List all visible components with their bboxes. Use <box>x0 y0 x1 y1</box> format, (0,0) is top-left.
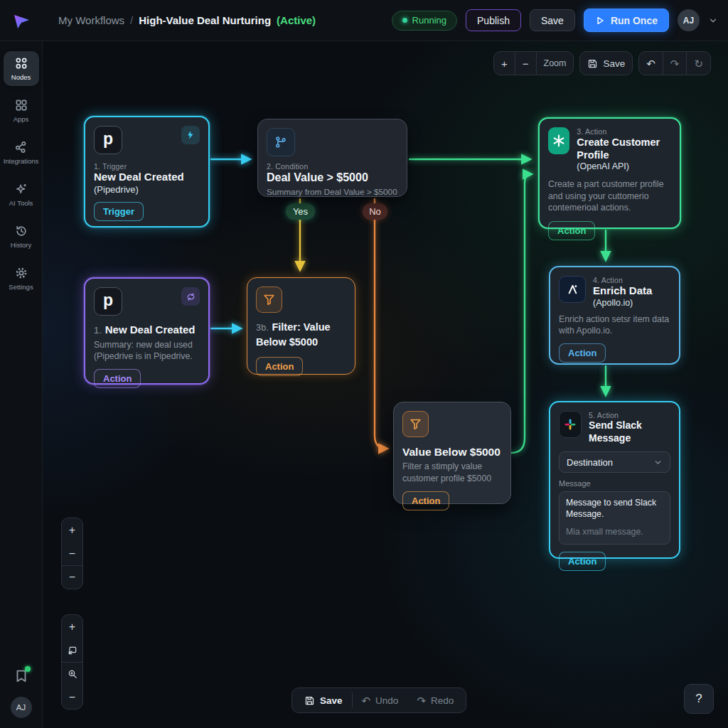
node-title: Create Customer Profile <box>577 136 671 161</box>
node-subtitle: (OpenAI API) <box>577 161 671 171</box>
funnel-icon <box>256 287 282 313</box>
breadcrumb-separator: / <box>130 14 133 26</box>
nodes-icon <box>14 56 28 70</box>
footer-undo-button[interactable]: ↶ Undo <box>353 688 408 712</box>
save-icon <box>304 695 315 706</box>
undo-icon[interactable]: ↶ <box>639 52 663 75</box>
integrations-icon <box>14 140 28 154</box>
collapse-button[interactable]: − <box>62 565 82 589</box>
action-badge: Action <box>402 491 449 510</box>
node-value-below[interactable]: Value Below $5000 Filter a stimply value… <box>393 402 511 504</box>
node-title: Value Below $5000 <box>402 445 502 459</box>
node-trigger-new-deal[interactable]: p 1. Trigger New Deal Created (Pipedrive… <box>84 116 210 228</box>
sidebar-item-ai-tools[interactable]: AI Tools <box>4 177 39 212</box>
zoom-label: Zoom <box>536 52 574 75</box>
sparkles-icon <box>14 182 28 196</box>
action-badge: Action <box>94 369 141 388</box>
destination-select[interactable]: Destination <box>559 451 670 473</box>
run-once-button[interactable]: Run Once <box>584 9 669 32</box>
node-enrich-data[interactable]: 4. Action Enrich Data (Apollo.io) Enrich… <box>549 266 680 365</box>
node-step: 3. Action <box>577 127 671 136</box>
fit-view-button[interactable] <box>62 638 82 662</box>
sidebar-avatar[interactable]: AJ <box>11 697 32 718</box>
node-filter-value-below[interactable]: 3b. Filter: Value Below $5000 Action <box>247 277 355 375</box>
footer-redo-button[interactable]: ↷ Redo <box>407 688 463 712</box>
canvas-zoom-stack-a: + − − <box>61 518 83 589</box>
sidebar-item-apps[interactable]: Apps <box>4 93 39 128</box>
pipedrive-letter: p <box>103 129 113 149</box>
undo-icon: ↶ <box>362 695 371 706</box>
sidebar-label-apps: Apps <box>14 115 29 123</box>
action-badge: Action <box>548 221 595 240</box>
node-subtitle: (Apollo.io) <box>593 298 652 308</box>
zoom-controls: + − Zoom <box>493 51 574 75</box>
node-title: Enrich Data <box>593 284 652 298</box>
lightning-icon <box>181 126 200 144</box>
node-summary: Create a part customer profile and using… <box>548 178 671 214</box>
save-icon <box>587 58 598 69</box>
canvas-save-button[interactable]: Save <box>580 52 632 75</box>
node-step: 4. Action <box>593 276 652 284</box>
node-create-customer-profile[interactable]: 3. Action Create Customer Profile (OpenA… <box>538 117 681 229</box>
action-badge: Action <box>559 343 606 363</box>
notification-dot <box>25 666 31 672</box>
running-status-badge: Running <box>392 11 457 31</box>
funnel-icon <box>402 411 429 437</box>
sidebar-item-settings[interactable]: Settings <box>4 261 39 296</box>
pipedrive-letter: p <box>103 291 113 310</box>
magnifier-plus-icon <box>67 668 78 680</box>
node-step: 1. Trigger <box>94 162 200 171</box>
node-summary: Filter a stimply value customer profile … <box>402 461 502 484</box>
message-textarea[interactable]: Message to send Slack Message. Mia xmall… <box>559 491 670 545</box>
sidebar-bottom: AJ <box>11 668 32 718</box>
breadcrumb-root[interactable]: My Workflows <box>58 14 124 26</box>
footer-save-button[interactable]: Save <box>295 688 352 712</box>
redo-icon[interactable]: ↷ <box>663 52 687 75</box>
node-step: 5. Action <box>589 411 670 419</box>
node-send-slack-message[interactable]: 5. Action Send Slack Message Destination… <box>549 401 680 559</box>
refresh-icon[interactable]: ↻ <box>686 52 710 75</box>
zoom-out-button[interactable]: − <box>515 52 536 75</box>
app-logo-icon <box>10 9 33 32</box>
node-summary: Summary from Deal Value > $5000 <box>267 187 398 198</box>
fit-view-icon <box>67 645 78 656</box>
node-summary: Enrich action setsr item data with Apoll… <box>559 314 670 337</box>
header-actions: Running Publish Save Run Once AJ <box>392 9 718 32</box>
pipedrive-logo: p <box>94 126 122 154</box>
sidebar-item-history[interactable]: History <box>4 219 39 254</box>
node-condition-deal-value[interactable]: 2. Condition Deal Value > $5000 Summary … <box>257 119 407 197</box>
sync-icon <box>181 287 200 306</box>
save-button[interactable]: Save <box>530 9 575 31</box>
trigger-badge: Trigger <box>94 202 144 221</box>
gear-icon <box>14 266 28 280</box>
chevron-down-icon <box>653 458 663 467</box>
zoom-in-button[interactable]: + <box>62 518 82 542</box>
chevron-down-icon[interactable] <box>708 16 718 26</box>
node-step: 2. Condition <box>267 162 398 171</box>
sidebar-item-integrations[interactable]: Integrations <box>4 135 39 170</box>
zoom-in-button[interactable]: + <box>494 52 515 75</box>
action-badge: Action <box>559 552 606 571</box>
sidebar-label-settings: Settings <box>9 283 33 291</box>
top-bar: My Workflows / High-Value Deal Nurturing… <box>0 0 728 41</box>
user-avatar[interactable]: AJ <box>678 9 700 31</box>
node-summary: Summary: new deal used (Pipedrive is in … <box>94 339 200 363</box>
history-icon <box>14 224 28 238</box>
docs-button[interactable] <box>14 668 29 684</box>
slack-logo <box>559 411 582 438</box>
zoom-out-button[interactable]: − <box>62 542 82 565</box>
canvas-toolbar: + − Zoom Save ↶ ↷ ↻ <box>493 51 711 75</box>
sidebar-item-nodes[interactable]: Nodes <box>4 51 39 86</box>
sidebar-label-integrations: Integrations <box>4 157 39 165</box>
zoom-in-button[interactable]: + <box>62 615 82 638</box>
node-action-new-deal[interactable]: p 1. New Deal Created Summary: new deal … <box>84 277 210 385</box>
history-controls: ↶ ↷ ↻ <box>638 51 711 75</box>
zoom-area-button[interactable] <box>62 662 82 685</box>
openai-logo <box>548 127 569 154</box>
branch-icon <box>267 128 295 156</box>
node-title: New Deal Created <box>94 171 200 184</box>
zoom-out-button[interactable]: − <box>62 685 82 709</box>
app-logo[interactable] <box>0 9 43 32</box>
publish-button[interactable]: Publish <box>466 9 521 31</box>
help-button[interactable]: ? <box>684 684 714 714</box>
